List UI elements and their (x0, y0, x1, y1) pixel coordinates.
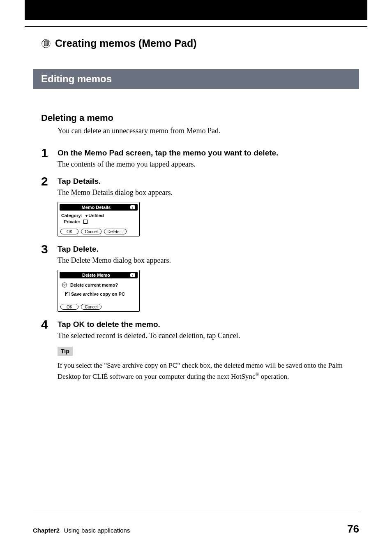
cancel-button[interactable]: Cancel (81, 304, 101, 310)
chapter-heading: Creating memos (Memo Pad) (41, 37, 359, 49)
tip-body-before: If you select the "Save archive copy on … (58, 361, 343, 380)
step-4: 4 Tap OK to delete the memo. The selecte… (58, 320, 359, 382)
step-number: 4 (41, 317, 48, 331)
memo-details-dialog: Memo Details i Category: Unfiled Private… (58, 202, 140, 236)
page-rule (25, 26, 367, 27)
step-heading: Tap OK to delete the memo. (58, 320, 359, 329)
delete-button[interactable]: Delete... (104, 229, 127, 234)
step-number: 1 (41, 146, 48, 160)
step-heading: Tap Delete. (58, 245, 359, 254)
question-icon: ? (62, 283, 67, 287)
archive-label: Save archive copy on PC (71, 292, 125, 297)
cancel-button[interactable]: Cancel (81, 229, 101, 234)
info-icon[interactable]: i (130, 205, 135, 209)
footer-subtitle: Using basic applications (64, 527, 130, 534)
tip-body-after: operation. (259, 372, 289, 380)
step-2: 2 Tap Details. The Memo Details dialog b… (58, 177, 359, 236)
ok-button[interactable]: OK (60, 229, 78, 234)
footer-rule (33, 513, 359, 513)
page-number: 76 (347, 523, 359, 535)
registered-mark: ® (256, 371, 259, 377)
tip-label: Tip (58, 347, 73, 356)
delete-question: Delete current memo? (70, 283, 118, 287)
step-1: 1 On the Memo Pad screen, tap the memo y… (58, 148, 359, 169)
delete-memo-dialog: Delete Memo i ? Delete current memo? Sav… (58, 270, 140, 312)
page-top-bar (25, 0, 367, 20)
step-3: 3 Tap Delete. The Delete Memo dialog box… (58, 245, 359, 312)
subsection-intro: You can delete an unnecessary memo from … (58, 127, 359, 135)
category-label: Category: (61, 213, 82, 218)
subsection-title: Deleting a memo (41, 113, 359, 123)
dialog-title: Delete Memo (62, 273, 130, 278)
private-checkbox[interactable] (83, 220, 88, 224)
step-heading: On the Memo Pad screen, tap the memo you… (58, 148, 359, 158)
page-footer: Chapter2 Using basic applications 76 (33, 523, 359, 535)
archive-checkbox[interactable] (65, 292, 69, 296)
step-body: The contents of the memo you tapped appe… (58, 160, 359, 169)
footer-chapter: Chapter2 (33, 527, 60, 534)
section-title: Editing memos (41, 73, 112, 84)
step-number: 2 (41, 174, 48, 188)
dialog-titlebar: Delete Memo i (60, 272, 138, 278)
ok-button[interactable]: OK (60, 304, 78, 310)
info-icon[interactable]: i (130, 273, 135, 277)
step-body: The Memo Details dialog box appears. (58, 188, 359, 197)
section-bar: Editing memos (33, 69, 359, 89)
private-label: Private: (64, 219, 80, 224)
step-body: The selected record is deleted. To cance… (58, 331, 359, 340)
dialog-titlebar: Memo Details i (60, 204, 138, 211)
category-dropdown[interactable]: Unfiled (85, 213, 104, 218)
chapter-title: Creating memos (Memo Pad) (55, 37, 197, 49)
step-heading: Tap Details. (58, 177, 359, 186)
step-body: The Delete Memo dialog box appears. (58, 256, 359, 265)
step-number: 3 (41, 242, 48, 256)
memo-pad-icon (41, 39, 51, 49)
dialog-title: Memo Details (62, 205, 130, 210)
category-value: Unfiled (88, 213, 104, 218)
tip-body: If you select the "Save archive copy on … (58, 361, 359, 382)
